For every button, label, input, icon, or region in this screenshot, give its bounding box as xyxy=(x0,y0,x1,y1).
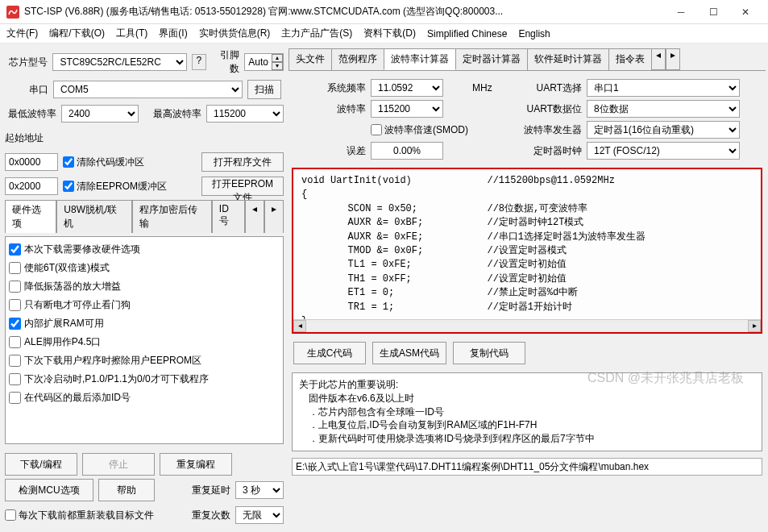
menu-lang-en[interactable]: English xyxy=(518,28,550,39)
tab-example[interactable]: 范例程序 xyxy=(331,48,384,70)
right-panel: 头文件 范例程序 波特率计算器 定时器计算器 软件延时计算器 指令表 ◂ ▸ 系… xyxy=(289,48,766,526)
menubar: 文件(F) 编程/下载(O) 工具(T) 界面(I) 实时供货信息(R) 主力产… xyxy=(0,24,768,44)
startaddr-label: 起始地址 xyxy=(5,131,44,145)
help-button[interactable]: 帮助 xyxy=(98,479,155,501)
tab-hwopt[interactable]: 硬件选项 xyxy=(5,200,56,233)
scroll-left-icon[interactable]: ◂ xyxy=(293,320,306,332)
port-label: 串口 xyxy=(5,83,48,97)
pin-count[interactable]: Auto▴▾ xyxy=(244,53,284,71)
copy-code-button[interactable]: 复制代码 xyxy=(453,342,525,364)
baud-select[interactable]: 115200 xyxy=(371,100,443,118)
tab-u8w[interactable]: U8W脱机/联机 xyxy=(56,200,131,233)
open-eeprom-button[interactable]: 打开EEPROM文件 xyxy=(201,177,284,196)
menu-supply[interactable]: 实时供货信息(R) xyxy=(199,27,271,40)
chip-q-icon[interactable]: ? xyxy=(192,54,206,70)
repeat-delay-select[interactable]: 3 秒 xyxy=(235,481,284,499)
note-line: ．芯片内部包含有全球唯一ID号 xyxy=(299,405,755,419)
menu-program[interactable]: 编程/下载(O) xyxy=(49,27,105,40)
tclk-label: 定时器时钟 xyxy=(509,144,582,158)
hw-option-5[interactable]: ALE脚用作P4.5口 xyxy=(7,333,281,351)
maximize-button[interactable]: ☐ xyxy=(697,1,729,23)
tab-left-nav-r[interactable]: ▸ xyxy=(264,200,284,233)
eeprom-addr-input[interactable] xyxy=(5,177,58,195)
stop-button[interactable]: 停止 xyxy=(82,453,155,476)
databit-label: UART数据位 xyxy=(509,102,582,116)
minbaud-select[interactable]: 2400 xyxy=(61,105,139,123)
tab-instr[interactable]: 指令表 xyxy=(608,48,652,70)
right-tabs: 头文件 范例程序 波特率计算器 定时器计算器 软件延时计算器 指令表 ◂ ▸ xyxy=(289,48,766,71)
chip-label: 芯片型号 xyxy=(5,56,48,69)
scan-button[interactable]: 扫描 xyxy=(247,80,281,99)
err-value xyxy=(371,142,443,160)
hw-option-7[interactable]: 下次冷启动时,P1.0/P1.1为0/0才可下载程序 xyxy=(7,370,281,389)
minbaud-label: 最低波特率 xyxy=(5,107,56,121)
notes-header: 关于此芯片的重要说明: xyxy=(299,378,755,392)
repeat-delay-label: 重复延时 xyxy=(192,484,230,497)
tab-nav-left[interactable]: ◂ xyxy=(651,48,666,70)
menu-ui[interactable]: 界面(I) xyxy=(159,27,187,40)
tab-header[interactable]: 头文件 xyxy=(289,48,332,70)
hw-option-4[interactable]: 内部扩展RAM可用 xyxy=(7,314,281,333)
chip-notes: 关于此芯片的重要说明: 固件版本在v6.6及以上时 ．芯片内部包含有全球唯一ID… xyxy=(292,372,762,451)
scroll-right-icon[interactable]: ▸ xyxy=(748,320,761,332)
uart-sel-label: UART选择 xyxy=(509,81,582,95)
gen-label: 波特率发生器 xyxy=(509,123,582,137)
window-title: STC-ISP (V6.88R) (服务电话/销售电话: 0513-550129… xyxy=(24,5,665,19)
menu-lang-cn[interactable]: Simplified Chinese xyxy=(427,28,507,39)
detect-mcu-button[interactable]: 检测MCU选项 xyxy=(5,479,93,501)
hw-option-3[interactable]: 只有断电才可停止看门狗 xyxy=(7,296,281,314)
hw-option-0[interactable]: 本次下载需要修改硬件选项 xyxy=(7,240,281,259)
tab-delay-calc[interactable]: 软件延时计算器 xyxy=(527,48,609,70)
tab-timer-calc[interactable]: 定时器计算器 xyxy=(455,48,528,70)
minimize-button[interactable]: ─ xyxy=(665,1,697,23)
menu-ads[interactable]: 主力产品广告(S) xyxy=(281,27,352,40)
code-scrollbar[interactable]: ◂ ▸ xyxy=(293,319,761,332)
reprogram-button[interactable]: 重复编程 xyxy=(160,453,232,476)
chip-select[interactable]: STC89C52RC/LE52RC xyxy=(52,53,186,71)
clear-eeprom-check[interactable]: 清除EEPROM缓冲区 xyxy=(63,180,167,193)
uart-sel[interactable]: 串口1 xyxy=(587,79,740,97)
smod-check[interactable]: 波特率倍速(SMOD) xyxy=(371,123,504,137)
tab-id[interactable]: ID号 xyxy=(212,200,245,233)
hw-option-6[interactable]: 下次下载用户程序时擦除用户EEPROM区 xyxy=(7,351,281,370)
tab-baud-calc[interactable]: 波特率计算器 xyxy=(384,48,456,70)
menu-tools[interactable]: 工具(T) xyxy=(116,27,147,40)
menu-file[interactable]: 文件(F) xyxy=(6,27,38,40)
hw-option-1[interactable]: 使能6T(双倍速)模式 xyxy=(7,259,281,277)
databit-select[interactable]: 8位数据 xyxy=(587,100,740,118)
baud-form: 系统频率 11.0592 MHz UART选择 串口1 波特率 115200 U… xyxy=(289,74,766,164)
tab-nav-right[interactable]: ▸ xyxy=(666,48,680,70)
left-tabs: 硬件选项 U8W脱机/联机 程序加密后传输 ID号 ◂ ▸ xyxy=(5,200,284,233)
sysfreq-unit: MHz xyxy=(472,82,504,94)
gen-select[interactable]: 定时器1(16位自动重载) xyxy=(587,121,740,139)
clear-code-check[interactable]: 清除代码缓冲区 xyxy=(63,156,144,169)
repeat-count-select[interactable]: 无限 xyxy=(235,506,284,524)
reload-each-download[interactable]: 每次下载前都重新装载目标文件 xyxy=(5,509,154,522)
titlebar: STC-ISP (V6.88R) (服务电话/销售电话: 0513-550129… xyxy=(0,0,768,24)
note-line: ．更新代码时可使用烧录选项将ID号烧录到到程序区的最后7字节中 xyxy=(299,432,755,446)
open-code-button[interactable]: 打开程序文件 xyxy=(201,152,284,172)
pin-label: 引脚数 xyxy=(211,48,240,76)
tclk-select[interactable]: 12T (FOSC/12) xyxy=(587,142,740,160)
hw-option-2[interactable]: 降低振荡器的放大增益 xyxy=(7,277,281,296)
sysfreq-label: 系统频率 xyxy=(293,81,366,95)
gen-c-button[interactable]: 生成C代码 xyxy=(293,342,366,364)
gen-asm-button[interactable]: 生成ASM代码 xyxy=(372,342,446,364)
code-addr-input[interactable] xyxy=(5,153,58,171)
maxbaud-label: 最高波特率 xyxy=(143,107,201,121)
code-text[interactable]: void UartInit(void) //115200bps@11.0592M… xyxy=(293,169,761,319)
tab-left-nav-l[interactable]: ◂ xyxy=(245,200,264,233)
close-button[interactable]: ✕ xyxy=(729,1,762,23)
port-select[interactable]: COM5 xyxy=(53,81,243,98)
err-label: 误差 xyxy=(293,144,366,158)
app-icon xyxy=(6,6,19,19)
menu-download[interactable]: 资料下载(D) xyxy=(363,27,416,40)
left-panel: 芯片型号 STC89C52RC/LE52RC ? 引脚数 Auto▴▾ 串口 C… xyxy=(5,48,284,526)
tab-encrypt[interactable]: 程序加密后传输 xyxy=(132,200,212,233)
hw-options-list: 本次下载需要修改硬件选项使能6T(双倍速)模式降低振荡器的放大增益只有断电才可停… xyxy=(5,236,284,444)
maxbaud-select[interactable]: 115200 xyxy=(206,105,284,123)
download-button[interactable]: 下载/编程 xyxy=(5,453,77,476)
note-line: ．上电复位后,ID号会自动复制到RAM区域的F1H-F7H xyxy=(299,418,755,432)
hw-option-8[interactable]: 在代码区的最后添加ID号 xyxy=(7,389,281,407)
sysfreq-select[interactable]: 11.0592 xyxy=(371,79,443,97)
